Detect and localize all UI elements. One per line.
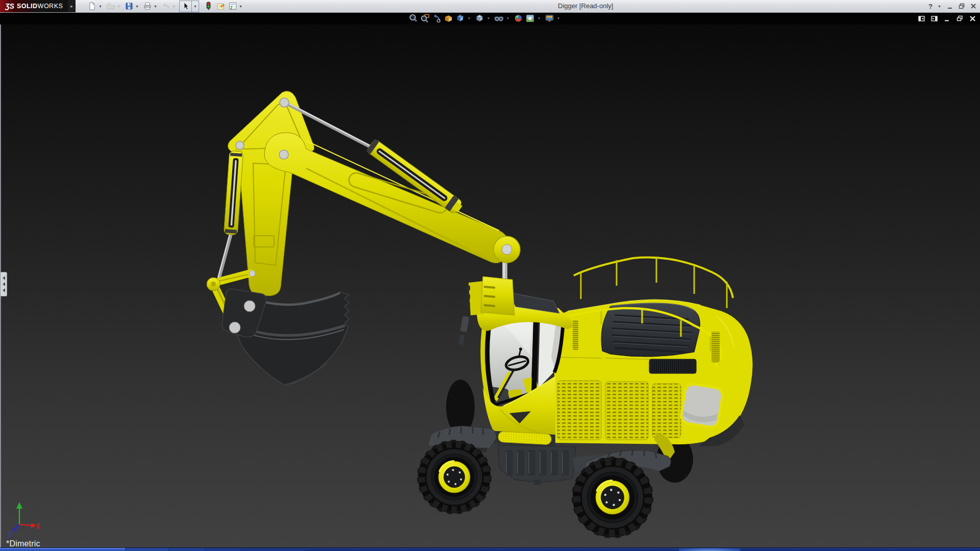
reference-triad: X Z (8, 502, 40, 538)
save-floppy-icon (125, 2, 134, 11)
open-document-button[interactable] (106, 1, 116, 11)
new-dropdown[interactable]: ▾ (98, 4, 103, 9)
display-style-button[interactable] (475, 14, 484, 23)
main-toolbar: ▾ ▾ ▾ ▾ (87, 1, 246, 12)
zoom-area-icon (420, 13, 430, 23)
solidworks-logo: ƷS SOLIDWORKS (0, 0, 68, 12)
new-document-icon (88, 2, 97, 11)
print-icon (143, 2, 152, 11)
close-button[interactable] (970, 3, 977, 10)
markup-button[interactable] (215, 1, 226, 11)
doc-restore-button[interactable] (957, 15, 963, 22)
collapse-arrow-icon (3, 282, 5, 286)
view-orientation-button[interactable] (455, 14, 465, 23)
toolbar-flyout-button[interactable]: ▸ (68, 0, 76, 12)
appearance-ball-icon (513, 13, 523, 23)
zoom-to-fit-button[interactable] (408, 14, 418, 23)
help-button[interactable]: ? (928, 3, 933, 10)
save-dropdown[interactable]: ▾ (135, 4, 139, 9)
hide-show-dropdown[interactable]: ▾ (506, 16, 510, 20)
apply-scene-icon (525, 13, 535, 23)
traffic-light-icon (204, 2, 213, 11)
windows-taskbar[interactable] (0, 547, 980, 551)
collapse-arrow-icon (3, 276, 5, 280)
hide-show-items-button[interactable] (494, 14, 504, 23)
print-dropdown[interactable]: ▾ (153, 4, 158, 9)
taskbar-button[interactable] (126, 548, 168, 551)
display-style-dropdown[interactable]: ▾ (486, 16, 491, 20)
doc-minimize-button[interactable] (944, 15, 950, 22)
document-window-controls (918, 13, 976, 23)
taskbar-button[interactable] (240, 548, 305, 551)
title-bar: ƷS SOLIDWORKS ▸ ▾ ▾ (0, 0, 980, 13)
taskbar-glow (679, 548, 740, 551)
engine-cover[interactable] (601, 303, 700, 357)
display-style-icon (475, 13, 484, 23)
apply-scene-dropdown[interactable]: ▾ (537, 16, 541, 20)
restore-button[interactable] (958, 3, 965, 10)
stoplight-button[interactable] (203, 1, 213, 11)
section-view-button[interactable] (444, 14, 453, 23)
wheel-front-left[interactable] (418, 441, 491, 513)
help-dropdown[interactable]: ▾ (937, 4, 942, 9)
select-cursor-icon (181, 2, 190, 11)
apply-scene-button[interactable] (525, 14, 535, 23)
boom-cylinder (224, 151, 243, 235)
view-settings-button[interactable] (545, 14, 554, 23)
app-window-controls: ? ▾ (928, 0, 977, 12)
triad-x-label: X (35, 522, 40, 530)
undo-dropdown[interactable]: ▾ (172, 4, 176, 9)
doc-close-button[interactable] (969, 15, 976, 22)
open-folder-icon (106, 2, 115, 11)
heads-up-view-toolbar: ▾ ▾ ▾ (408, 13, 562, 24)
cab-mirror (458, 316, 469, 345)
triad-z-label: Z (8, 531, 12, 538)
checklist-dropdown[interactable]: ▾ (238, 4, 243, 9)
document-title: Digger [Read-only] (558, 0, 613, 12)
solidworks-window: X Z *Dimetric ƷS SOLIDWORKS ▸ ▾ (0, 0, 980, 551)
view-settings-icon (545, 13, 554, 23)
collapse-pane-right-icon[interactable] (931, 15, 938, 22)
bucket[interactable] (222, 289, 349, 385)
zoom-to-area-button[interactable] (420, 14, 430, 23)
undo-button[interactable] (161, 1, 171, 11)
minimize-button[interactable] (946, 3, 953, 10)
open-dropdown[interactable]: ▾ (116, 4, 121, 9)
previous-view-icon (432, 13, 442, 23)
select-tool-button[interactable] (179, 1, 192, 12)
zoom-fit-icon (408, 13, 418, 23)
upper-body[interactable] (554, 257, 753, 462)
checklist-icon (228, 2, 237, 11)
taskbar-button[interactable] (206, 548, 240, 551)
view-settings-dropdown[interactable]: ▾ (556, 16, 560, 20)
new-document-button[interactable] (87, 1, 97, 11)
print-button[interactable] (142, 1, 153, 11)
options-checklist-button[interactable] (228, 1, 238, 11)
select-dropdown[interactable]: ▾ (192, 1, 199, 12)
taskbar-button[interactable] (169, 548, 205, 551)
section-view-icon (444, 13, 453, 23)
menu-strip: ▾ ▾ ▾ (0, 12, 980, 24)
previous-view-button[interactable] (432, 14, 442, 23)
view-orientation-dropdown[interactable]: ▾ (467, 16, 471, 20)
featuremanager-collapse-handle[interactable] (1, 272, 7, 296)
digger-model[interactable]: X Z (0, 0, 980, 551)
collapse-arrow-icon (3, 288, 5, 292)
markup-note-icon (216, 2, 225, 11)
taskbar-button[interactable] (0, 548, 125, 551)
edit-appearance-button[interactable] (513, 14, 523, 23)
ds-logo-icon: ƷS (5, 2, 14, 10)
rear-window[interactable] (680, 383, 723, 429)
view-orientation-icon (455, 13, 465, 23)
wheel-rear-left[interactable] (573, 458, 652, 537)
undo-arrow-icon (161, 2, 170, 11)
collapse-pane-left-icon[interactable] (918, 15, 925, 22)
eyeglasses-icon (494, 13, 504, 23)
save-button[interactable] (124, 1, 134, 11)
